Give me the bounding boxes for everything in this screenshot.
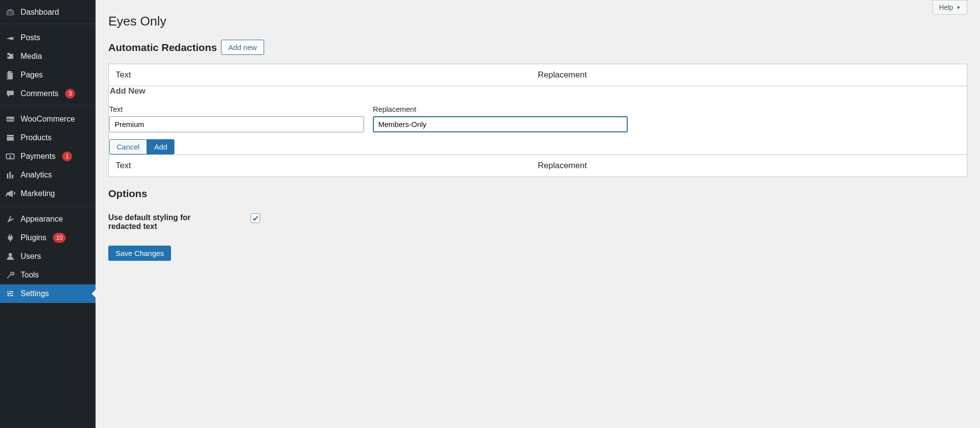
analytics-icon bbox=[5, 170, 16, 180]
save-changes-button[interactable]: Save Changes bbox=[108, 246, 171, 261]
pin-icon bbox=[5, 32, 16, 43]
dashboard-icon bbox=[5, 7, 16, 18]
tools-icon bbox=[5, 270, 16, 280]
sidebar-item-payments[interactable]: $ Payments 1 bbox=[0, 147, 96, 166]
sidebar-item-label: Plugins bbox=[21, 233, 46, 242]
sidebar-item-label: Comments bbox=[21, 89, 58, 98]
sidebar-item-settings[interactable]: Settings bbox=[0, 284, 96, 303]
table-footer: Text Replacement bbox=[109, 154, 967, 176]
text-input[interactable] bbox=[109, 116, 364, 132]
sidebar-item-label: Appearance bbox=[21, 215, 63, 224]
settings-icon bbox=[5, 288, 16, 299]
appearance-icon bbox=[5, 214, 16, 225]
replacement-input[interactable] bbox=[373, 116, 628, 132]
sidebar-item-label: Dashboard bbox=[21, 8, 59, 17]
sidebar-item-label: Media bbox=[21, 52, 42, 61]
sidebar-item-label: Settings bbox=[21, 289, 49, 298]
column-text[interactable]: Text bbox=[116, 70, 538, 80]
admin-sidebar: Dashboard Posts Media Pages Comments 3 W… bbox=[0, 0, 96, 428]
redactions-table: Text Replacement Add New Text Replacemen… bbox=[108, 64, 967, 177]
woocommerce-icon: Woo bbox=[5, 114, 16, 125]
default-styling-checkbox[interactable] bbox=[250, 213, 260, 223]
sidebar-item-comments[interactable]: Comments 3 bbox=[0, 84, 96, 103]
table-header: Text Replacement bbox=[109, 64, 967, 86]
menu-separator bbox=[0, 205, 96, 208]
sidebar-item-marketing[interactable]: Marketing bbox=[0, 184, 96, 203]
default-styling-label: Use default styling for redacted text bbox=[108, 213, 206, 231]
menu-separator bbox=[0, 24, 96, 26]
page-title: Eyes Only bbox=[108, 14, 967, 29]
add-new-heading: Add New bbox=[109, 86, 966, 105]
sidebar-item-media[interactable]: Media bbox=[0, 47, 96, 66]
add-new-button[interactable]: Add new bbox=[221, 40, 264, 55]
pages-icon bbox=[5, 70, 16, 80]
media-icon bbox=[5, 51, 16, 62]
comments-icon bbox=[5, 88, 16, 99]
sidebar-item-label: Products bbox=[21, 133, 51, 142]
sidebar-item-dashboard[interactable]: Dashboard bbox=[0, 3, 96, 22]
sidebar-item-label: WooCommerce bbox=[21, 115, 75, 124]
main-content: Help ▼ Eyes Only Automatic Redactions Ad… bbox=[96, 0, 980, 428]
chevron-down-icon: ▼ bbox=[956, 5, 961, 10]
payments-badge: 1 bbox=[62, 151, 72, 161]
sidebar-item-label: Users bbox=[21, 252, 41, 261]
plugins-icon bbox=[5, 232, 16, 243]
help-label: Help bbox=[939, 3, 953, 11]
payments-icon: $ bbox=[5, 151, 16, 162]
replacement-field-label: Replacement bbox=[373, 105, 628, 113]
sidebar-item-label: Marketing bbox=[21, 189, 55, 198]
check-icon bbox=[251, 214, 259, 222]
add-button[interactable]: Add bbox=[147, 139, 175, 154]
plugins-badge: 10 bbox=[53, 233, 65, 243]
help-tab[interactable]: Help ▼ bbox=[932, 0, 967, 15]
section-title-redactions: Automatic Redactions bbox=[108, 42, 217, 53]
comments-badge: 3 bbox=[65, 89, 75, 99]
sidebar-item-pages[interactable]: Pages bbox=[0, 66, 96, 84]
sidebar-item-plugins[interactable]: Plugins 10 bbox=[0, 228, 96, 247]
menu-separator bbox=[0, 105, 96, 108]
sidebar-item-label: Pages bbox=[21, 71, 43, 79]
sidebar-item-appearance[interactable]: Appearance bbox=[0, 210, 96, 228]
sidebar-item-label: Posts bbox=[21, 33, 40, 42]
table-body: Add New Text Replacement Cancel Add bbox=[108, 86, 967, 154]
column-replacement[interactable]: Replacement bbox=[538, 161, 960, 171]
column-replacement[interactable]: Replacement bbox=[538, 70, 960, 80]
sidebar-item-users[interactable]: Users bbox=[0, 247, 96, 266]
sidebar-item-label: Payments bbox=[21, 152, 55, 161]
sidebar-item-label: Analytics bbox=[21, 171, 52, 179]
text-field-label: Text bbox=[109, 105, 364, 113]
products-icon bbox=[5, 132, 16, 143]
svg-text:$: $ bbox=[9, 154, 11, 159]
marketing-icon bbox=[5, 188, 16, 199]
users-icon bbox=[5, 251, 16, 262]
section-title-options: Options bbox=[108, 188, 967, 200]
sidebar-item-posts[interactable]: Posts bbox=[0, 28, 96, 47]
sidebar-item-woocommerce[interactable]: Woo WooCommerce bbox=[0, 110, 96, 128]
sidebar-item-label: Tools bbox=[21, 271, 39, 279]
svg-text:Woo: Woo bbox=[6, 118, 14, 121]
sidebar-item-tools[interactable]: Tools bbox=[0, 266, 96, 284]
column-text[interactable]: Text bbox=[116, 161, 538, 171]
sidebar-item-analytics[interactable]: Analytics bbox=[0, 166, 96, 184]
sidebar-item-products[interactable]: Products bbox=[0, 128, 96, 147]
cancel-button[interactable]: Cancel bbox=[109, 139, 147, 154]
